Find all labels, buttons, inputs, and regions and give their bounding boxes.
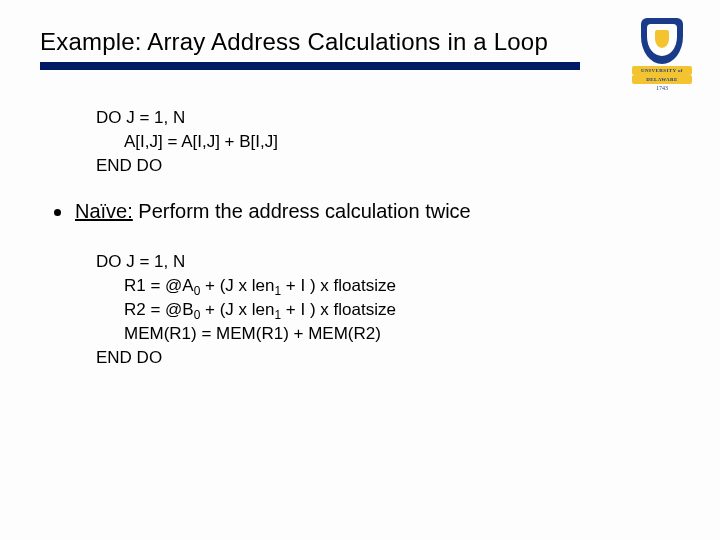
university-logo: UNIVERSITY of DELAWARE 1743 (632, 18, 692, 91)
bullet-dot-icon (54, 209, 61, 216)
code-line: R1 = @A0 + (J x len1 + I ) x floatsize (96, 274, 396, 298)
bullet-text: Naïve: Perform the address calculation t… (75, 200, 471, 223)
code-line: A[I,J] = A[I,J] + B[I,J] (96, 130, 278, 154)
bullet-item: Naïve: Perform the address calculation t… (54, 200, 471, 223)
code-line: R2 = @B0 + (J x len1 + I ) x floatsize (96, 298, 396, 322)
logo-text-1: UNIVERSITY of (632, 66, 692, 75)
logo-text-2: DELAWARE (632, 75, 692, 84)
code-line: END DO (96, 154, 278, 178)
logo-year: 1743 (632, 85, 692, 91)
bullet-lead: Naïve: (75, 200, 133, 222)
code-block-2: DO J = 1, N R1 = @A0 + (J x len1 + I ) x… (96, 250, 396, 370)
bullet-rest: Perform the address calculation twice (133, 200, 471, 222)
shield-icon (641, 18, 683, 64)
code-line: MEM(R1) = MEM(R1) + MEM(R2) (96, 322, 396, 346)
code-line: DO J = 1, N (96, 250, 396, 274)
code-line: END DO (96, 346, 396, 370)
slide-title: Example: Array Address Calculations in a… (40, 28, 548, 56)
title-underline (40, 62, 580, 70)
code-line: DO J = 1, N (96, 106, 278, 130)
slide: Example: Array Address Calculations in a… (0, 0, 720, 540)
code-block-1: DO J = 1, N A[I,J] = A[I,J] + B[I,J] END… (96, 106, 278, 178)
